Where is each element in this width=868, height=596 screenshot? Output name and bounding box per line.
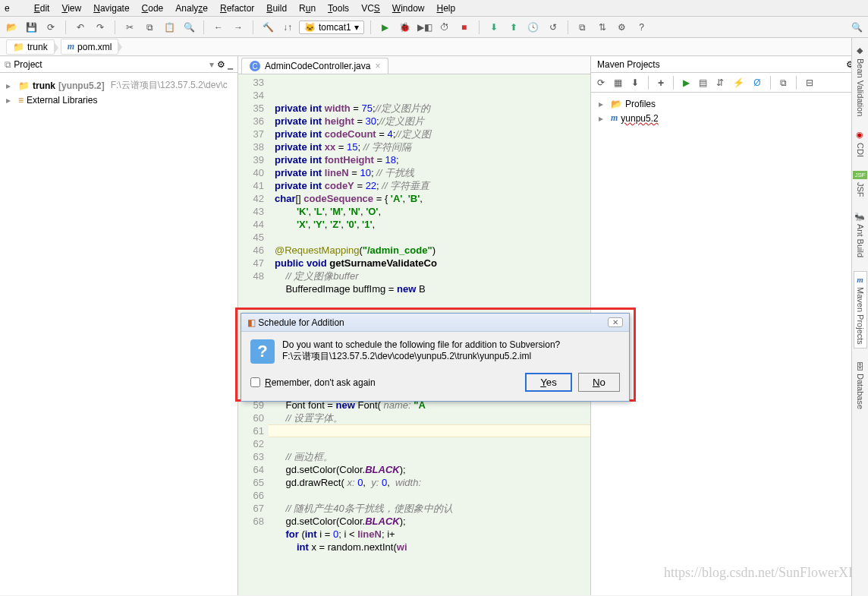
- toggle-icon[interactable]: ⇵: [716, 77, 724, 88]
- java-class-icon: C: [250, 61, 260, 71]
- tree-root[interactable]: ▸ 📁 trunk [yunpu5.2] F:\云谱项目\123.57.5.2\…: [6, 77, 231, 93]
- menu-vcs[interactable]: VCS: [361, 3, 380, 14]
- ide-settings-icon[interactable]: ⚙: [614, 19, 631, 36]
- menu-code[interactable]: Code: [142, 3, 164, 14]
- menu-refactor[interactable]: Refactor: [220, 3, 254, 14]
- debug-icon[interactable]: 🐞: [397, 19, 414, 36]
- rail-database[interactable]: 🗄Database: [856, 362, 865, 409]
- paste-icon[interactable]: 📋: [161, 19, 178, 36]
- show-deps-icon[interactable]: ⧉: [780, 77, 787, 88]
- rail-maven[interactable]: mMaven Projects: [854, 271, 867, 348]
- generate-sources-icon[interactable]: ▦: [614, 77, 622, 88]
- maven-project-node[interactable]: ▸myunpu5.2: [599, 111, 860, 125]
- library-icon: ≡: [18, 95, 24, 106]
- menu-tools[interactable]: Tools: [328, 3, 349, 14]
- profiles-icon: 📂: [611, 99, 622, 109]
- external-libs-label: External Libraries: [27, 95, 97, 106]
- root-label: trunk: [33, 80, 55, 91]
- crumb-pom-label: pom.xml: [77, 42, 112, 52]
- build-icon[interactable]: 🔨: [259, 19, 276, 36]
- profiles-label: Profiles: [625, 99, 656, 109]
- gear-icon[interactable]: ⚙: [217, 59, 225, 70]
- stop-icon[interactable]: ■: [456, 19, 473, 36]
- dialog-close-icon[interactable]: ✕: [608, 317, 623, 327]
- menu-edit[interactable]: Edit: [34, 3, 50, 14]
- tree-external-libs[interactable]: ▸ ≡ External Libraries: [6, 93, 231, 107]
- vcs-update-icon[interactable]: ⬇: [486, 19, 502, 36]
- folder-icon: 📁: [18, 80, 30, 91]
- project-header: ⧉ Project ▾ ⚙ ⎯: [0, 56, 237, 73]
- menu-window[interactable]: Window: [392, 3, 425, 14]
- crumb-pom[interactable]: mpom.xml: [61, 39, 119, 55]
- menu-analyze[interactable]: Analyze: [175, 3, 208, 14]
- run-config-label: tomcat1: [319, 22, 351, 33]
- forward-icon[interactable]: →: [230, 19, 247, 36]
- open-icon[interactable]: 📂: [3, 19, 20, 36]
- dialog-message: Do you want to schedule the following fi…: [282, 339, 560, 350]
- menu-help[interactable]: Help: [437, 3, 456, 14]
- vcs-history-icon[interactable]: 🕓: [525, 19, 542, 36]
- rail-bean-validation[interactable]: ◆Bean Validation: [855, 46, 865, 116]
- coverage-icon[interactable]: ▶◧: [417, 19, 433, 36]
- maven-toolbar: ⟳ ▦ ⬇ + ▶ ▤ ⇵ ⚡ Ø ⧉ ⊟: [591, 73, 868, 93]
- config-arrow-icon[interactable]: ↓↑: [279, 19, 296, 36]
- search-everywhere-icon[interactable]: 🔍: [848, 19, 865, 36]
- run-maven-icon[interactable]: ▶: [683, 77, 690, 88]
- hierarchy-icon[interactable]: ⇅: [594, 19, 611, 36]
- yes-button[interactable]: Yes: [525, 373, 572, 392]
- redo-icon[interactable]: ↷: [92, 19, 108, 36]
- run-config-dropdown[interactable]: 🐱tomcat1▾: [299, 20, 364, 34]
- structure-icon[interactable]: ⧉: [574, 19, 591, 36]
- chevron-right-icon: ▸: [6, 95, 15, 106]
- remember-checkbox[interactable]: Remember, don't ask again: [250, 377, 376, 388]
- expand-icon[interactable]: ▾: [209, 59, 214, 70]
- menu-navigate[interactable]: Navigate: [93, 3, 129, 14]
- project-title: Project: [14, 59, 42, 70]
- help-icon[interactable]: ?: [634, 19, 650, 36]
- download-icon[interactable]: ⬇: [631, 77, 639, 88]
- add-project-icon[interactable]: +: [658, 77, 664, 89]
- rail-ant[interactable]: 🐜Ant Build: [855, 211, 865, 257]
- rail-jsf[interactable]: JSFJSF: [853, 171, 866, 197]
- editor-tab[interactable]: C AdminCodeController.java ×: [241, 58, 388, 74]
- collapse-icon[interactable]: ⊟: [806, 77, 813, 88]
- close-tab-icon[interactable]: ×: [375, 61, 380, 71]
- menubar: e Edit View Navigate Code Analyze Refact…: [0, 0, 868, 17]
- editor-tab-label: AdminCodeController.java: [265, 61, 370, 71]
- maven-title: Maven Projects: [597, 59, 660, 70]
- hide-icon[interactable]: ⎯: [228, 59, 233, 70]
- reimport-icon[interactable]: ⟳: [597, 77, 605, 88]
- rail-cdi[interactable]: ◉CDI: [855, 130, 865, 157]
- maven-tool-window: Maven Projects ⚙ ⎯ ⟳ ▦ ⬇ + ▶ ▤ ⇵ ⚡ Ø ⧉ ⊟…: [591, 56, 868, 595]
- profile-icon[interactable]: ⏱: [436, 19, 453, 36]
- no-button[interactable]: No: [578, 373, 620, 392]
- maven-icon: m: [611, 112, 618, 124]
- menu-file[interactable]: e: [5, 3, 22, 14]
- offline-icon[interactable]: ⚡: [733, 77, 744, 88]
- find-icon[interactable]: 🔍: [181, 19, 197, 36]
- back-icon[interactable]: ←: [210, 19, 227, 36]
- maven-profiles[interactable]: ▸📂Profiles: [599, 97, 860, 111]
- skip-tests-icon[interactable]: Ø: [753, 77, 760, 88]
- execute-icon[interactable]: ▤: [699, 77, 707, 88]
- save-icon[interactable]: 💾: [23, 19, 39, 36]
- run-icon[interactable]: ▶: [377, 19, 394, 36]
- cut-icon[interactable]: ✂: [121, 19, 138, 36]
- navigation-breadcrumb: 📁trunk mpom.xml: [0, 38, 868, 56]
- crumb-trunk[interactable]: 📁trunk: [6, 39, 55, 55]
- main-toolbar: 📂 💾 ⟳ ↶ ↷ ✂ ⧉ 📋 🔍 ← → 🔨 ↓↑ 🐱tomcat1▾ ▶ 🐞…: [0, 17, 868, 38]
- refresh-icon[interactable]: ⟳: [42, 19, 59, 36]
- copy-icon[interactable]: ⧉: [141, 19, 158, 36]
- vcs-revert-icon[interactable]: ↺: [545, 19, 561, 36]
- menu-build[interactable]: Build: [266, 3, 287, 14]
- maven-icon: m: [68, 41, 74, 52]
- chevron-right-icon: ▸: [6, 80, 15, 91]
- undo-icon[interactable]: ↶: [72, 19, 89, 36]
- remember-checkbox-input[interactable]: [250, 377, 260, 387]
- menu-run[interactable]: Run: [299, 3, 316, 14]
- root-suffix: [yunpu5.2]: [58, 80, 105, 91]
- maven-project-label: yunpu5.2: [621, 113, 658, 124]
- menu-view[interactable]: View: [61, 3, 81, 14]
- root-path: F:\云谱项目\123.57.5.2\dev\c: [111, 79, 228, 92]
- vcs-commit-icon[interactable]: ⬆: [505, 19, 522, 36]
